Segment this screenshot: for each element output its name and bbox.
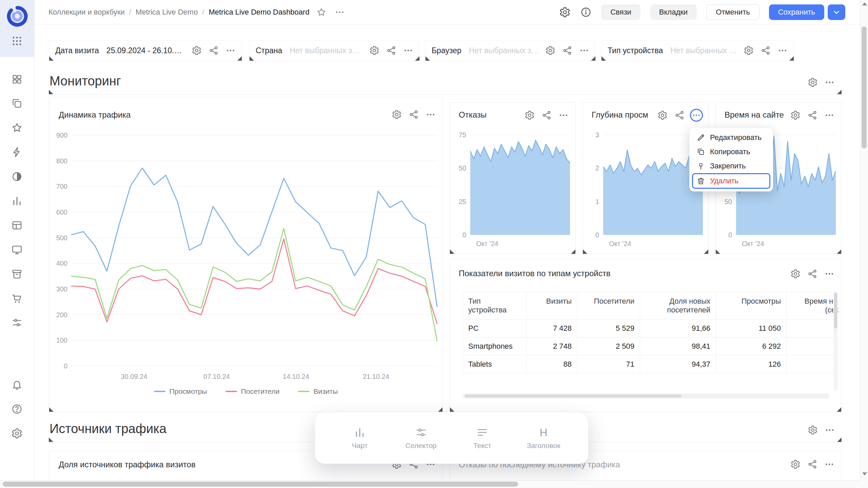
resize-handle[interactable]: [837, 249, 841, 254]
gear-icon[interactable]: [192, 45, 202, 56]
sidebar-item-dashboards[interactable]: [11, 244, 23, 256]
add-chart-button[interactable]: Чарт: [336, 426, 383, 450]
menu-item-pin[interactable]: Закрепить: [692, 159, 770, 173]
more-icon[interactable]: [777, 45, 788, 56]
resize-handle[interactable]: [237, 56, 242, 61]
resize-handle[interactable]: [49, 90, 53, 94]
column-header[interactable]: Доля новых посетителей: [640, 292, 716, 320]
more-icon[interactable]: [824, 269, 834, 279]
more-icon[interactable]: [824, 459, 834, 469]
column-header[interactable]: Время на сайте (секунды): [787, 292, 839, 320]
resize-handle[interactable]: [426, 56, 430, 61]
filter-country[interactable]: Страна Нет выбранных значений: [249, 40, 420, 61]
page-vertical-scrollbar[interactable]: [860, 0, 868, 480]
resize-handle[interactable]: [837, 407, 841, 412]
column-header[interactable]: Тип устройства: [463, 292, 527, 320]
sidebar-item-storage[interactable]: [11, 268, 23, 280]
column-header[interactable]: Посетители: [577, 292, 640, 320]
save-dropdown-button[interactable]: [828, 4, 845, 20]
legend-item[interactable]: Посетители: [225, 387, 280, 395]
column-header[interactable]: Просмотры: [716, 292, 787, 320]
gear-icon[interactable]: [657, 110, 668, 120]
filter-device-value[interactable]: Нет выбранных значений: [670, 46, 738, 55]
gear-icon[interactable]: [545, 45, 555, 56]
resize-handle[interactable]: [704, 249, 708, 254]
share-icon[interactable]: [209, 45, 219, 56]
sidebar-item-datalens[interactable]: [11, 171, 23, 182]
gear-icon[interactable]: [790, 110, 801, 120]
add-selector-button[interactable]: Селектор: [397, 426, 445, 450]
more-icon[interactable]: [225, 45, 236, 56]
scrollbar-thumb[interactable]: [465, 394, 682, 398]
share-icon[interactable]: [807, 459, 817, 469]
resize-handle[interactable]: [601, 56, 606, 61]
tabs-button[interactable]: Вкладки: [650, 4, 697, 20]
table-horizontal-scrollbar[interactable]: [462, 393, 829, 399]
share-icon[interactable]: [409, 109, 419, 120]
datalens-logo-icon[interactable]: [7, 6, 28, 27]
scrollbar-thumb[interactable]: [3, 482, 518, 487]
more-icon[interactable]: [824, 110, 834, 120]
scrollbar-thumb[interactable]: [862, 26, 867, 148]
filter-date-visit[interactable]: Дата визита 25.09.2024 - 26.10.2024: [49, 40, 242, 61]
filter-browser[interactable]: Браузер Нет выбранных значений: [425, 40, 596, 61]
resize-handle[interactable]: [837, 90, 842, 94]
more-icon[interactable]: [403, 45, 413, 56]
share-icon[interactable]: [386, 45, 396, 56]
resize-handle[interactable]: [789, 56, 794, 61]
gear-icon[interactable]: [790, 269, 801, 279]
sidebar-item-favorites[interactable]: [11, 122, 23, 134]
add-text-button[interactable]: Текст: [458, 426, 506, 450]
resize-handle[interactable]: [583, 249, 587, 254]
filter-browser-value[interactable]: Нет выбранных значений: [469, 46, 540, 55]
breadcrumb-more-button[interactable]: [335, 7, 345, 17]
sidebar-item-datasets[interactable]: [11, 220, 23, 231]
sidebar-item-notifications[interactable]: [11, 379, 23, 390]
scroll-down-arrow[interactable]: [862, 472, 867, 475]
save-button[interactable]: Сохранить: [769, 4, 824, 20]
resize-handle[interactable]: [571, 249, 575, 254]
favorite-star-button[interactable]: [316, 7, 327, 17]
sidebar-item-editor[interactable]: [11, 146, 23, 158]
legend-item[interactable]: Визиты: [298, 387, 338, 395]
sidebar-item-charts[interactable]: [11, 195, 23, 207]
gear-icon[interactable]: [744, 45, 754, 56]
resize-handle[interactable]: [49, 438, 53, 442]
share-icon[interactable]: [807, 269, 817, 279]
more-icon[interactable]: [825, 425, 835, 435]
more-icon[interactable]: [825, 77, 835, 87]
cancel-button[interactable]: Отменить: [706, 4, 760, 20]
links-button[interactable]: Связи: [601, 4, 640, 20]
gear-icon[interactable]: [808, 425, 818, 435]
resize-handle[interactable]: [250, 56, 254, 61]
sidebar-item-support[interactable]: [11, 403, 23, 415]
gear-icon[interactable]: [790, 459, 801, 469]
menu-item-copy[interactable]: Копировать: [692, 145, 770, 159]
share-icon[interactable]: [541, 110, 552, 120]
filter-country-value[interactable]: Нет выбранных значений: [290, 46, 364, 55]
resize-handle[interactable]: [450, 407, 454, 412]
resize-handle[interactable]: [438, 407, 442, 412]
share-icon[interactable]: [674, 110, 685, 120]
gear-icon[interactable]: [369, 45, 379, 56]
table-vertical-scrollbar[interactable]: [833, 292, 838, 391]
menu-item-delete[interactable]: Удалить: [692, 173, 770, 189]
sidebar-item-apps[interactable]: [11, 35, 23, 47]
sidebar-item-grid[interactable]: [11, 74, 23, 85]
gear-icon[interactable]: [525, 110, 535, 120]
sidebar-item-marketplace[interactable]: [11, 293, 23, 304]
gear-icon[interactable]: [808, 77, 818, 87]
add-heading-button[interactable]: HЗаголовок: [520, 426, 567, 450]
resize-handle[interactable]: [450, 249, 454, 254]
sidebar-item-settings[interactable]: [11, 428, 23, 439]
more-icon[interactable]: [579, 45, 589, 56]
menu-item-edit[interactable]: Редактировать: [692, 130, 770, 145]
column-header[interactable]: Визиты: [527, 292, 577, 320]
page-horizontal-scrollbar[interactable]: [0, 480, 860, 488]
resize-handle[interactable]: [591, 56, 595, 61]
more-icon[interactable]: [558, 110, 569, 120]
settings-gear-button[interactable]: [559, 6, 571, 18]
legend-item[interactable]: Просмотры: [154, 387, 207, 395]
resize-handle[interactable]: [49, 56, 54, 61]
breadcrumb-collections[interactable]: Коллекции и воркбуки: [48, 8, 125, 17]
